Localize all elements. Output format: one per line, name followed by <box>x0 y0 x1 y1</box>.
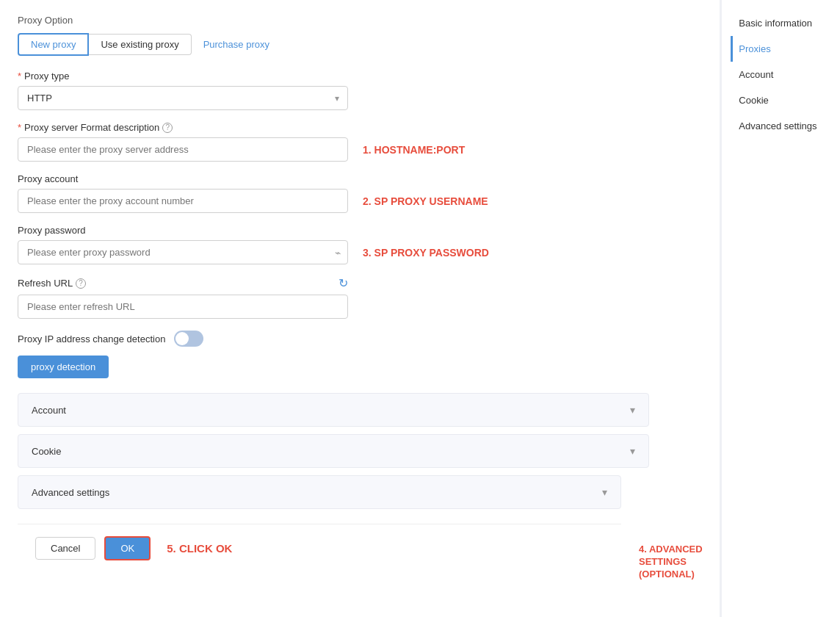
refresh-url-label: Refresh URL ? <box>18 278 86 289</box>
proxy-password-input[interactable] <box>18 240 348 264</box>
proxy-account-label: Proxy account <box>18 173 621 184</box>
proxy-server-input[interactable] <box>18 137 348 162</box>
toggle-slider <box>174 331 203 347</box>
hostname-port-annotation: 1. HOSTNAME:PORT <box>363 144 465 156</box>
required-star-2: * <box>18 122 21 133</box>
cancel-button[interactable]: Cancel <box>35 537 95 560</box>
advanced-settings-header[interactable]: Advanced settings ▾ <box>18 476 620 508</box>
proxy-type-select[interactable]: HTTP HTTPS SOCKS4 SOCKS5 <box>18 86 348 110</box>
sidebar: Basic information Proxies Account Cookie… <box>720 0 840 617</box>
refresh-url-input[interactable] <box>18 295 348 319</box>
proxy-option-label: Proxy Option <box>18 15 621 26</box>
advanced-settings-chevron-icon: ▾ <box>602 486 607 498</box>
sp-proxy-password-annotation: 3. SP PROXY PASSWORD <box>363 247 489 259</box>
refresh-url-header: Refresh URL ? ↻ <box>18 276 348 290</box>
proxy-account-input[interactable] <box>18 189 348 213</box>
advanced-settings-title: Advanced settings <box>32 487 109 498</box>
cookie-section: Cookie ▾ <box>18 434 649 468</box>
refresh-url-help-icon[interactable]: ? <box>76 278 86 289</box>
password-eye-icon[interactable]: ⌁ <box>335 247 341 259</box>
refresh-url-refresh-icon[interactable]: ↻ <box>338 276 348 290</box>
sidebar-item-advanced-settings[interactable]: Advanced settings <box>731 113 825 139</box>
cookie-chevron-icon: ▾ <box>630 445 635 457</box>
account-section: Account ▾ <box>18 393 649 427</box>
proxy-server-help-icon[interactable]: ? <box>162 123 173 133</box>
sidebar-item-account[interactable]: Account <box>731 62 825 87</box>
advanced-settings-annotation: 4. ADVANCED SETTINGS (OPTIONAL) <box>639 544 720 581</box>
ok-button[interactable]: OK <box>104 536 151 560</box>
bottom-bar: Cancel OK 5. CLICK OK <box>18 524 621 572</box>
use-existing-proxy-tab[interactable]: Use existing proxy <box>89 34 191 55</box>
proxy-server-label: * Proxy server Format description ? <box>18 122 621 133</box>
advanced-settings-section: Advanced settings ▾ <box>18 475 621 509</box>
account-section-title: Account <box>32 405 66 416</box>
click-ok-annotation: 5. CLICK OK <box>167 542 232 555</box>
ip-detection-label: Proxy IP address change detection <box>18 333 165 344</box>
proxy-type-label: * Proxy type <box>18 71 621 82</box>
sidebar-item-basic-info[interactable]: Basic information <box>731 10 825 36</box>
ip-detection-row: Proxy IP address change detection <box>18 331 621 347</box>
sidebar-item-proxies[interactable]: Proxies <box>731 36 825 62</box>
proxy-option-tabs: New proxy Use existing proxy Purchase pr… <box>18 33 621 56</box>
required-star: * <box>18 71 21 82</box>
proxy-password-wrapper: ⌁ <box>18 240 348 264</box>
new-proxy-tab[interactable]: New proxy <box>18 33 89 56</box>
proxy-type-select-wrapper: HTTP HTTPS SOCKS4 SOCKS5 ▾ <box>18 86 348 110</box>
cookie-section-title: Cookie <box>32 446 61 457</box>
sp-proxy-username-annotation: 2. SP PROXY USERNAME <box>363 195 488 207</box>
purchase-proxy-link[interactable]: Purchase proxy <box>203 39 269 50</box>
account-chevron-icon: ▾ <box>630 404 635 416</box>
sidebar-item-cookie[interactable]: Cookie <box>731 87 825 113</box>
account-section-header[interactable]: Account ▾ <box>18 394 648 426</box>
ip-detection-toggle[interactable] <box>174 331 203 347</box>
proxy-password-label: Proxy password <box>18 225 621 236</box>
proxy-detection-button[interactable]: proxy detection <box>18 356 109 378</box>
cookie-section-header[interactable]: Cookie ▾ <box>18 435 648 467</box>
